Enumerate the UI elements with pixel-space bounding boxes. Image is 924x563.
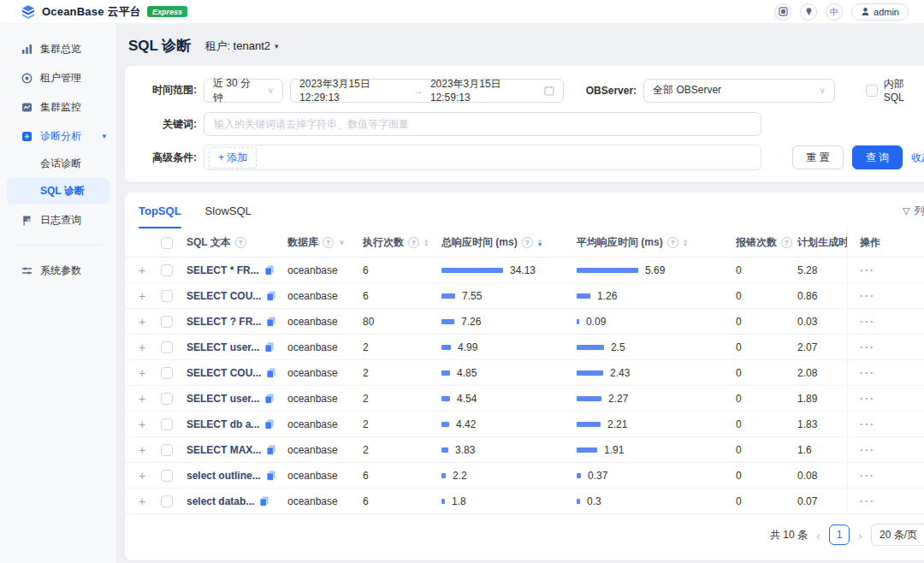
sql-text[interactable]: SELECT user...	[187, 393, 259, 405]
actions-cell: ···	[847, 463, 898, 488]
metric-bar-cell: 2.5	[577, 341, 736, 353]
row-checkbox[interactable]	[161, 418, 173, 430]
expand-row-button[interactable]: +	[139, 315, 145, 329]
row-checkbox[interactable]	[161, 470, 173, 482]
metric-bar-cell: 3.83	[441, 444, 577, 456]
collapse-link[interactable]: 收起 ∧	[911, 151, 924, 165]
page-size-select[interactable]: 20 条/页 ∨	[871, 524, 924, 546]
table-row: +SELECT COU...oceanbase24.852.4302.08···	[125, 360, 924, 386]
more-actions-button[interactable]: ···	[860, 341, 875, 353]
sql-text-cell: SELECT * FR...	[187, 264, 287, 276]
column-header-db: 数据库?▼	[287, 235, 363, 250]
filter-funnel-icon[interactable]: ▼	[338, 239, 346, 247]
funnel-outline-icon: ▽	[903, 205, 909, 216]
more-actions-button[interactable]: ···	[860, 470, 875, 482]
row-checkbox[interactable]	[161, 393, 173, 405]
more-actions-button[interactable]: ···	[860, 290, 875, 302]
expand-row-button[interactable]: +	[139, 264, 145, 277]
more-actions-button[interactable]: ···	[860, 316, 875, 328]
sql-text[interactable]: SELECT COU...	[187, 290, 261, 302]
copy-icon[interactable]	[264, 394, 275, 404]
time-preset-select[interactable]: 近 30 分钟 ∨	[204, 79, 283, 103]
sorter-icon[interactable]: ▲▼	[683, 239, 688, 246]
sorter-icon[interactable]: ▲▼	[537, 239, 542, 246]
sql-text[interactable]: select outline...	[187, 470, 261, 482]
tenant-selector[interactable]: 租户: tenant2 ▾	[204, 39, 278, 54]
copy-icon[interactable]	[266, 368, 276, 378]
expand-row-button[interactable]: +	[139, 469, 145, 483]
tab-topsql[interactable]: TopSQL	[139, 193, 181, 228]
expand-row-button[interactable]: +	[139, 366, 145, 380]
copy-icon[interactable]	[266, 471, 276, 481]
next-page-button[interactable]: ›	[858, 529, 862, 542]
internal-sql-checkbox[interactable]: 内部 SQL ?	[866, 77, 924, 104]
row-checkbox[interactable]	[161, 316, 173, 328]
column-manage-button[interactable]: ▽ 列管理	[903, 204, 924, 218]
actions-cell: ···	[847, 489, 898, 513]
select-all-checkbox[interactable]	[161, 237, 173, 249]
expand-row-button[interactable]: +	[139, 289, 145, 303]
metric-value: 2.5	[611, 341, 625, 353]
keyword-input[interactable]	[204, 112, 761, 136]
add-condition-button[interactable]: + 添加	[209, 147, 257, 169]
copy-icon[interactable]	[266, 317, 276, 327]
more-actions-button[interactable]: ···	[860, 495, 875, 507]
sidebar-item-cluster-monitor[interactable]: 集群监控	[0, 92, 116, 121]
expand-row-button[interactable]: +	[139, 495, 145, 508]
sql-text-cell: SELECT db a...	[187, 418, 287, 430]
observer-select[interactable]: 全部 OBServer ∨	[643, 79, 835, 103]
column-label: 数据库	[287, 235, 318, 250]
row-checkbox[interactable]	[161, 495, 173, 507]
sidebar-item-session-diagnosis[interactable]: 会话诊断	[0, 151, 116, 176]
sorter-icon[interactable]: ▲▼	[424, 239, 429, 246]
metric-value: 2.27	[608, 393, 628, 405]
expand-row-button[interactable]: +	[139, 341, 145, 354]
sql-text[interactable]: SELECT user...	[187, 341, 259, 353]
row-checkbox[interactable]	[161, 367, 173, 379]
copy-icon[interactable]	[264, 265, 275, 276]
copy-icon[interactable]	[264, 342, 275, 353]
row-checkbox[interactable]	[161, 264, 173, 276]
metric-value: 7.55	[462, 290, 482, 302]
sidebar-item-cluster-overview[interactable]: 集群总览	[0, 34, 116, 63]
more-actions-button[interactable]: ···	[860, 367, 875, 379]
sql-text[interactable]: SELECT COU...	[187, 367, 261, 379]
sql-text[interactable]: SELECT * FR...	[187, 264, 259, 276]
row-checkbox[interactable]	[161, 290, 173, 302]
more-actions-button[interactable]: ···	[860, 444, 875, 456]
query-button[interactable]: 查 询	[852, 145, 903, 169]
sidebar-item-system-parameters[interactable]: 系统参数	[0, 256, 116, 285]
workbench-icon[interactable]	[774, 3, 791, 21]
copy-icon[interactable]	[266, 445, 276, 455]
row-checkbox[interactable]	[161, 341, 173, 353]
sidebar-item-log-query[interactable]: 日志查询	[0, 205, 116, 234]
sidebar-item-tenant-management[interactable]: 租户管理	[0, 63, 116, 92]
more-actions-button[interactable]: ···	[860, 393, 875, 405]
expand-row-button[interactable]: +	[139, 392, 145, 406]
checkbox[interactable]	[866, 85, 878, 97]
language-toggle[interactable]: 中	[826, 3, 843, 21]
page-number-button[interactable]: 1	[829, 524, 850, 545]
bulb-icon[interactable]	[800, 3, 817, 21]
sql-text[interactable]: select datab...	[187, 495, 254, 507]
copy-icon[interactable]	[259, 496, 270, 507]
row-checkbox[interactable]	[161, 444, 173, 456]
more-actions-button[interactable]: ···	[860, 264, 875, 276]
expand-row-button[interactable]: +	[139, 418, 145, 431]
copy-icon[interactable]	[264, 419, 275, 430]
date-range-picker[interactable]: 2023年3月15日 12:29:13 → 2023年3月15日 12:59:1…	[290, 79, 564, 103]
data-bar	[577, 422, 601, 427]
sql-text[interactable]: SELECT db a...	[187, 418, 259, 430]
prev-page-button[interactable]: ‹	[816, 529, 820, 542]
sidebar-item-diagnosis[interactable]: 诊断分析 ▾	[0, 121, 116, 151]
reset-button[interactable]: 重 置	[792, 145, 843, 169]
sql-text[interactable]: SELECT MAX...	[187, 444, 261, 456]
sidebar-item-sql-diagnosis[interactable]: SQL 诊断	[7, 178, 110, 204]
sql-text[interactable]: SELECT ? FR...	[187, 316, 261, 328]
tab-slowsql[interactable]: SlowSQL	[205, 193, 252, 228]
copy-icon[interactable]	[266, 291, 276, 301]
more-actions-button[interactable]: ···	[860, 418, 875, 430]
expand-row-button[interactable]: +	[139, 443, 145, 457]
user-menu[interactable]: admin	[851, 3, 909, 21]
data-bar	[441, 370, 450, 376]
